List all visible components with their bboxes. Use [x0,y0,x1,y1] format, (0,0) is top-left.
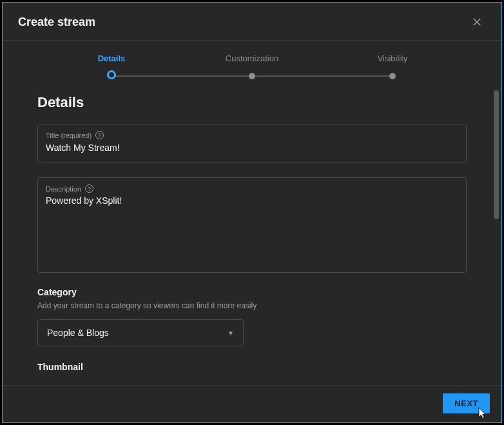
title-field-label: Title (required) ? [46,131,458,139]
title-field-container[interactable]: Title (required) ? [37,124,467,163]
step-visibility[interactable]: Visibility [322,54,463,63]
create-stream-dialog: Create stream Details Customization Visi… [2,2,502,423]
scrollbar-thumb[interactable] [494,90,499,219]
stepper-track [41,70,463,83]
step-label: Visibility [378,54,408,63]
category-hint: Add your stream to a category so viewers… [37,301,467,310]
step-label: Details [98,54,126,63]
description-input[interactable] [46,195,458,253]
step-label: Customization [226,54,278,63]
section-heading: Details [37,94,467,111]
dialog-title: Create stream [18,15,468,29]
dialog-footer: NEXT [3,385,501,422]
help-icon[interactable]: ? [95,131,104,139]
description-field-label: Description ? [46,184,458,193]
dialog-content: Details Title (required) ? Description ?… [3,83,501,385]
close-button[interactable] [468,13,486,31]
chevron-down-icon: ▼ [228,330,234,337]
step-customization[interactable]: Customization [182,54,322,63]
step-circle-icon [249,73,255,79]
step-circle-icon [389,73,396,79]
help-icon[interactable]: ? [85,184,93,193]
category-selected-value: People & Blogs [47,328,228,338]
category-heading: Category [37,287,467,297]
stepper: Details Customization Visibility [3,41,501,63]
dialog-titlebar: Create stream [3,3,501,41]
description-field-container[interactable]: Description ? [37,177,467,273]
next-button[interactable]: NEXT [443,393,490,413]
close-icon [471,16,483,28]
step-details[interactable]: Details [41,54,182,63]
thumbnail-heading: Thumbnail [37,362,467,372]
title-input[interactable] [46,143,458,153]
category-select[interactable]: People & Blogs ▼ [37,319,244,346]
step-circle-active-icon [107,70,116,79]
